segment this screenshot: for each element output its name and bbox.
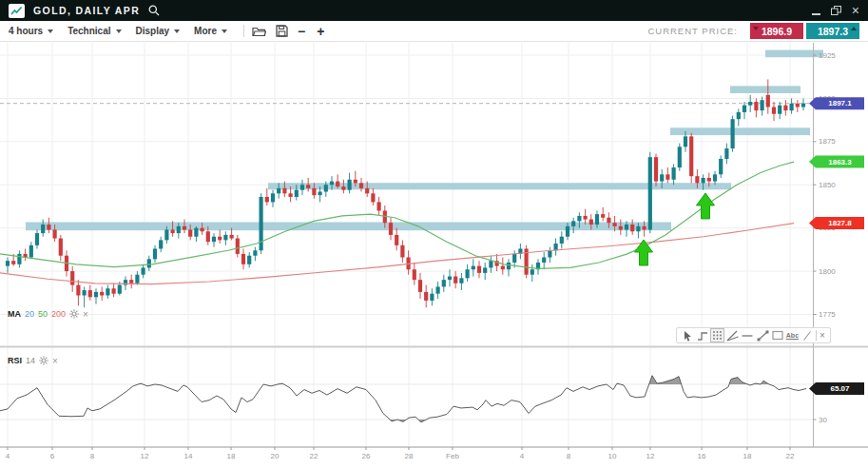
candle <box>183 226 186 230</box>
price-rsi-chart[interactable]: 1925190018751850182518001775703046812141… <box>0 43 868 469</box>
rsi-axis-badge-value: 65.07 <box>830 384 850 393</box>
more-dropdown[interactable]: More <box>194 26 227 36</box>
horizontal-line-tool-icon[interactable] <box>742 329 754 342</box>
candle <box>100 292 104 296</box>
restore-button[interactable] <box>831 6 841 16</box>
candle <box>336 182 339 186</box>
display-dropdown[interactable]: Display <box>136 26 181 36</box>
rsi-settings-gear-icon[interactable] <box>39 356 48 365</box>
pointer-tool-icon[interactable] <box>682 329 694 342</box>
candle <box>354 180 357 184</box>
candle <box>83 290 87 295</box>
candle <box>247 256 251 264</box>
candle <box>164 229 168 240</box>
candle <box>348 180 352 190</box>
buy-signal-arrow[interactable] <box>697 193 715 219</box>
candle <box>159 240 163 248</box>
current-price-label: CURRENT PRICE: <box>647 26 738 36</box>
candle <box>748 102 752 106</box>
candle <box>41 225 45 233</box>
rsi-remove-icon[interactable]: × <box>52 357 58 365</box>
candle <box>194 228 198 237</box>
technical-dropdown[interactable]: Technical <box>68 26 121 36</box>
candle <box>548 250 551 257</box>
close-button[interactable]: × <box>852 6 859 15</box>
app-logo-icon <box>9 4 25 18</box>
trading-app-window: { "titlebar": {"title": "GOLD, DAILY APR… <box>0 0 868 469</box>
text-tool-icon[interactable]: Abc <box>786 329 799 342</box>
candle <box>135 275 139 283</box>
date-tick-label: 10 <box>608 452 617 460</box>
candle <box>731 119 735 148</box>
search-icon[interactable] <box>148 5 160 16</box>
candle <box>737 112 741 119</box>
candle <box>112 288 116 293</box>
candle <box>442 280 446 286</box>
chart-area[interactable]: 1925190018751850182518001775703046812141… <box>0 43 868 469</box>
price-zone-drawing[interactable] <box>730 86 800 93</box>
date-tick-label: 14 <box>184 452 193 460</box>
price-zone-drawing[interactable] <box>765 50 823 58</box>
date-tick-label: 8 <box>567 452 571 460</box>
candle <box>483 267 487 272</box>
ma-remove-icon[interactable]: × <box>83 310 88 319</box>
minimize-button[interactable] <box>812 7 820 15</box>
ma-period-20: 20 <box>25 309 34 319</box>
diagonal-line-tool-icon[interactable] <box>801 329 814 342</box>
candle <box>47 225 50 229</box>
ask-price-badge: 1897.3 <box>806 23 859 39</box>
candle <box>613 223 617 226</box>
candle <box>265 197 269 202</box>
candle <box>453 277 457 283</box>
candle <box>790 104 794 110</box>
candle <box>118 285 122 294</box>
candle <box>743 106 746 112</box>
save-icon[interactable] <box>276 25 288 37</box>
trendline-tool-icon[interactable] <box>757 329 769 342</box>
rsi-indicator-label: RSI 14 × <box>8 356 58 365</box>
drawing-toolbar-close-icon[interactable]: × <box>820 331 825 341</box>
open-folder-icon[interactable] <box>252 26 266 37</box>
candle <box>201 228 204 232</box>
candle <box>236 239 240 254</box>
price-axis-badge-value: 1863.3 <box>828 158 852 166</box>
candle <box>153 248 157 259</box>
candle <box>459 278 463 283</box>
elbow-line-tool-icon[interactable] <box>697 329 709 342</box>
candle <box>512 254 516 263</box>
candle <box>660 174 664 181</box>
pane-divider[interactable] <box>0 346 868 348</box>
date-tick-label: Feb <box>446 452 459 460</box>
grid-tool-icon[interactable] <box>711 329 723 342</box>
timeframe-dropdown[interactable]: 4 hours <box>9 26 53 36</box>
zoom-in-button[interactable]: + <box>317 25 324 38</box>
rectangle-tool-icon[interactable] <box>771 329 783 342</box>
date-tick-label: 8 <box>90 452 95 460</box>
candle <box>282 188 286 193</box>
candle <box>295 190 299 197</box>
date-tick-label: 4 <box>520 452 525 460</box>
candle <box>542 258 546 263</box>
ma-settings-gear-icon[interactable] <box>69 309 79 319</box>
date-tick-label: 22 <box>786 452 795 460</box>
candle <box>142 267 145 274</box>
price-tick-label: 1775 <box>819 310 836 319</box>
ma-period-50: 50 <box>38 309 48 319</box>
zoom-out-button[interactable]: − <box>298 25 305 38</box>
angle-lines-tool-icon[interactable] <box>726 329 739 342</box>
candle <box>772 107 776 113</box>
candle <box>324 185 328 191</box>
candle <box>761 100 764 110</box>
candle <box>689 136 693 176</box>
drawing-toolbar-separator <box>816 330 817 341</box>
candle <box>589 220 593 225</box>
candle <box>466 269 470 278</box>
chevron-down-icon <box>116 29 122 33</box>
candle <box>223 235 227 240</box>
chevron-down-icon <box>222 29 227 33</box>
candle <box>359 183 363 187</box>
candle <box>129 280 133 283</box>
candle <box>88 290 92 297</box>
candle <box>318 192 322 196</box>
candle <box>424 292 428 301</box>
